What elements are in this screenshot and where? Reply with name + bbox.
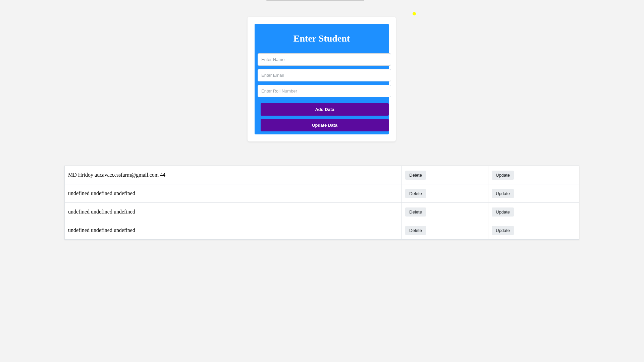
student-info-cell: undefined undefined undefined xyxy=(65,203,402,221)
add-data-button[interactable]: Add Data xyxy=(261,103,389,116)
update-data-button[interactable]: Update Data xyxy=(261,119,389,131)
update-cell: Update xyxy=(488,203,579,221)
delete-button[interactable]: Delete xyxy=(405,226,426,235)
delete-cell: Delete xyxy=(402,203,488,221)
table-row: MD Hridoy aucavaccessfarm@gmail.com 44De… xyxy=(65,166,579,184)
delete-button[interactable]: Delete xyxy=(405,189,426,198)
update-button[interactable]: Update xyxy=(492,226,514,235)
email-input[interactable] xyxy=(258,69,391,81)
delete-button[interactable]: Delete xyxy=(405,171,426,180)
update-cell: Update xyxy=(488,184,579,203)
update-button[interactable]: Update xyxy=(492,207,514,217)
student-form-inner: Enter Student Add Data Update Data xyxy=(255,24,389,134)
student-info-cell: undefined undefined undefined xyxy=(65,221,402,240)
form-title: Enter Student xyxy=(258,33,386,44)
top-indicator xyxy=(266,0,364,1)
delete-cell: Delete xyxy=(402,184,488,203)
table-row: undefined undefined undefinedDeleteUpdat… xyxy=(65,203,579,221)
student-info-cell: MD Hridoy aucavaccessfarm@gmail.com 44 xyxy=(65,166,402,184)
table-row: undefined undefined undefinedDeleteUpdat… xyxy=(65,184,579,203)
roll-input[interactable] xyxy=(258,85,391,97)
update-button[interactable]: Update xyxy=(492,171,514,180)
delete-cell: Delete xyxy=(402,221,488,240)
update-cell: Update xyxy=(488,166,579,184)
delete-cell: Delete xyxy=(402,166,488,184)
student-info-cell: undefined undefined undefined xyxy=(65,184,402,203)
student-form-card: Enter Student Add Data Update Data xyxy=(248,17,396,141)
yellow-badge xyxy=(413,12,416,15)
name-input[interactable] xyxy=(258,53,391,66)
table-row: undefined undefined undefinedDeleteUpdat… xyxy=(65,221,579,240)
update-button[interactable]: Update xyxy=(492,189,514,198)
update-cell: Update xyxy=(488,221,579,240)
student-table: MD Hridoy aucavaccessfarm@gmail.com 44De… xyxy=(64,166,579,240)
delete-button[interactable]: Delete xyxy=(405,207,426,217)
button-container: Add Data Update Data xyxy=(258,101,386,131)
